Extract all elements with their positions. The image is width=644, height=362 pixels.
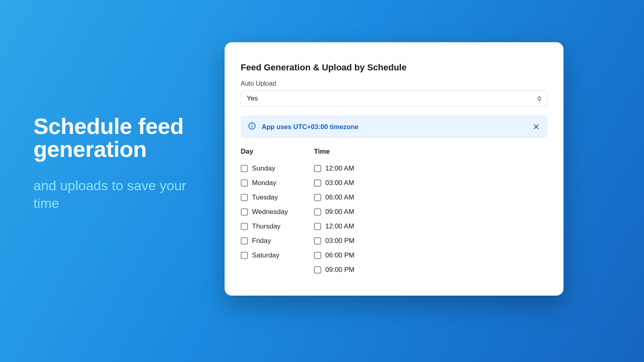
time-label: 09:00 PM bbox=[325, 266, 355, 274]
time-label: 06:00 PM bbox=[325, 251, 355, 259]
time-row-1500[interactable]: 03:00 PM bbox=[314, 234, 402, 248]
timezone-banner: App uses UTC+03:00 timezone bbox=[241, 115, 547, 138]
auto-upload-label: Auto Upload bbox=[241, 80, 547, 87]
time-row-1200[interactable]: 12:00 AM bbox=[314, 219, 402, 234]
day-label: Wednesday bbox=[252, 208, 288, 216]
time-label: 12:00 AM bbox=[325, 165, 354, 173]
svg-point-1 bbox=[252, 124, 252, 125]
auto-upload-value: Yes bbox=[247, 95, 258, 103]
time-row-1800[interactable]: 06:00 PM bbox=[314, 248, 402, 263]
close-icon[interactable] bbox=[532, 123, 540, 131]
schedule-card: Feed Generation & Upload by Schedule Aut… bbox=[225, 42, 564, 296]
time-row-0000[interactable]: 12:00 AM bbox=[314, 161, 402, 176]
checkbox-icon bbox=[314, 223, 321, 230]
day-row-thursday[interactable]: Thursday bbox=[241, 219, 314, 234]
checkbox-icon bbox=[241, 165, 248, 172]
time-row-0900[interactable]: 09:00 AM bbox=[314, 205, 402, 219]
checkbox-icon bbox=[241, 194, 248, 201]
checkbox-icon bbox=[314, 194, 321, 201]
time-label: 06:00 AM bbox=[325, 193, 354, 202]
day-label: Thursday bbox=[252, 222, 281, 230]
checkbox-icon bbox=[241, 179, 248, 187]
time-row-2100[interactable]: 09:00 PM bbox=[314, 263, 402, 277]
card-title: Feed Generation & Upload by Schedule bbox=[241, 62, 547, 73]
day-label: Monday bbox=[252, 179, 276, 187]
checkbox-icon bbox=[241, 252, 248, 259]
time-row-0600[interactable]: 06:00 AM bbox=[314, 190, 402, 205]
checkbox-icon bbox=[314, 237, 321, 245]
auto-upload-select[interactable]: Yes bbox=[241, 90, 547, 107]
time-label: 03:00 PM bbox=[325, 237, 355, 245]
day-column-header: Day bbox=[241, 148, 314, 156]
info-icon bbox=[248, 122, 256, 132]
time-label: 09:00 AM bbox=[325, 208, 354, 216]
day-row-wednesday[interactable]: Wednesday bbox=[241, 205, 314, 219]
checkbox-icon bbox=[241, 237, 248, 245]
day-label: Sunday bbox=[252, 165, 275, 173]
timezone-banner-text: App uses UTC+03:00 timezone bbox=[262, 123, 526, 131]
checkbox-icon bbox=[314, 252, 321, 259]
checkbox-icon bbox=[314, 266, 321, 274]
day-label: Saturday bbox=[252, 251, 279, 259]
checkbox-icon bbox=[241, 208, 248, 216]
time-column: Time 12:00 AM 03:00 AM 06:00 AM 09:00 AM… bbox=[314, 148, 402, 277]
chevron-up-down-icon bbox=[537, 96, 541, 101]
day-row-saturday[interactable]: Saturday bbox=[241, 248, 314, 263]
day-row-sunday[interactable]: Sunday bbox=[241, 161, 314, 176]
checkbox-icon bbox=[314, 179, 321, 187]
checkbox-icon bbox=[314, 208, 321, 216]
day-label: Friday bbox=[252, 237, 271, 245]
day-column: Day Sunday Monday Tuesday Wednesday Thur… bbox=[241, 148, 314, 277]
svg-rect-2 bbox=[252, 125, 252, 128]
hero-title: Schedule feed generation bbox=[33, 115, 206, 160]
day-row-tuesday[interactable]: Tuesday bbox=[241, 190, 314, 205]
time-label: 03:00 AM bbox=[325, 179, 354, 187]
time-column-header: Time bbox=[314, 148, 402, 156]
day-row-friday[interactable]: Friday bbox=[241, 234, 314, 248]
day-label: Tuesday bbox=[252, 193, 278, 202]
time-label: 12:00 AM bbox=[325, 222, 354, 230]
checkbox-icon bbox=[314, 165, 321, 172]
hero-subtitle: and uploads to save your time bbox=[33, 177, 206, 212]
hero-copy: Schedule feed generation and uploads to … bbox=[33, 115, 206, 212]
day-row-monday[interactable]: Monday bbox=[241, 176, 314, 190]
time-row-0300[interactable]: 03:00 AM bbox=[314, 176, 402, 190]
checkbox-icon bbox=[241, 223, 248, 230]
